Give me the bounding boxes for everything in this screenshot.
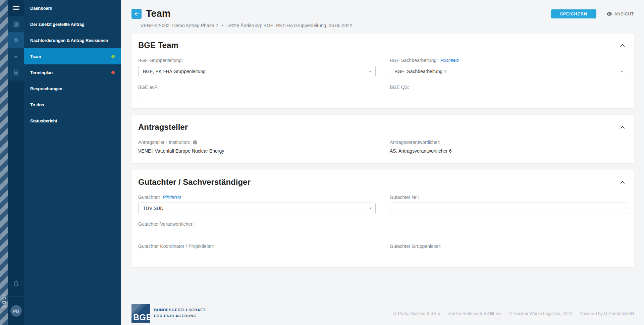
sidebar-nav: Dashboard Der zuletzt gestellte Antrag N… (24, 0, 121, 325)
rail-item-dashboard[interactable] (8, 16, 24, 32)
sidebar-item-label: Statusbericht (30, 118, 57, 123)
sidebar-item-besprechungen[interactable]: Besprechungen (24, 80, 121, 97)
view-button[interactable]: ANSICHT (606, 11, 634, 17)
decorative-stripe-edge: ICDS (0, 0, 8, 325)
app-version: Q-Portal Nuclear 3.0.8.5 (393, 311, 440, 316)
rail-item-latest-application[interactable] (8, 32, 24, 48)
gutachter-select[interactable]: TÜV SÜD (138, 203, 376, 214)
field-label: Gutachter Gruppenleiter: (390, 243, 441, 249)
sidebar-item-terminplan[interactable]: Terminplan (24, 64, 121, 80)
status-dot-red (111, 71, 115, 74)
field-value: -- (138, 252, 376, 258)
view-button-label: ANSICHT (614, 12, 634, 16)
field-value: AS, Antragsverantwortlicher 6 (390, 148, 627, 154)
field-label: Gutachter Veranwortlicher: (138, 221, 194, 227)
section-title: BGE Team (138, 41, 627, 50)
bge-logo-line2: FÜR ENDLAGERUNG (154, 313, 206, 319)
bge-gruppenleitung-select[interactable]: BGE, PKT-HA Gruppenleitung (138, 66, 376, 77)
field-gutachter: Gutachter: Pflichtfeld TÜV SÜD (138, 195, 376, 214)
application-reference: VENE-22-002: Demo Antrag Phase 2 (141, 23, 218, 28)
chevron-up-icon (619, 42, 626, 49)
cards-container: BGE Team BGE Gruppenleitung: BGE, PKT-HA… (121, 34, 644, 274)
bell-icon (12, 280, 20, 287)
required-hint: Pflichtfeld (163, 195, 181, 200)
select-value: BGE, Sachbearbeitung 1 (394, 69, 446, 74)
sidebar-item-label: To-dos (30, 102, 44, 107)
sidebar-item-dashboard[interactable]: Dashboard (24, 0, 121, 16)
field-antragsteller-institution: Antragsteller - Institution: VENE | Vatt… (138, 140, 376, 154)
select-value: TÜV SÜD (143, 206, 163, 211)
notifications-button[interactable] (8, 270, 24, 296)
chevron-up-icon (619, 124, 626, 131)
back-button[interactable] (131, 9, 142, 19)
powered-by-link[interactable]: Powered by Q-Portal GmbH (580, 311, 634, 316)
info-icon[interactable] (193, 140, 198, 145)
sidebar-item-team[interactable]: Team (24, 48, 121, 64)
sidebar-item-statusbericht[interactable]: Statusbericht (24, 113, 121, 129)
eye-icon (606, 11, 612, 17)
sidebar-item-todos[interactable]: To-dos (24, 97, 121, 113)
avatar-initials: PB (13, 309, 19, 314)
grid-spacer (390, 221, 627, 236)
section-title: Antragsteller (138, 123, 627, 131)
environment-watermark: ICDS (1, 294, 7, 309)
footer: BGE BUNDESGESELLSCHAFT FÜR ENDLAGERUNG Q… (121, 303, 644, 325)
dashboard-grid-icon (13, 21, 19, 28)
arrow-left-icon (133, 11, 140, 17)
select-value: BGE, PKT-HA Gruppenleitung (143, 69, 206, 74)
sidebar-item-label: Nachforderungen & Antrag Revisionen (30, 38, 108, 43)
field-antragsverantwortlicher: Antragsverantwortlicher: AS, Antragsvera… (390, 140, 627, 154)
field-value: -- (390, 252, 627, 258)
filter-list-icon (13, 53, 19, 60)
field-bge-avp: BGE avP: -- (138, 85, 376, 99)
collapse-section-button[interactable] (618, 178, 627, 188)
load-time-value: 469 (487, 311, 495, 316)
avatar[interactable]: PB (10, 305, 22, 317)
footer-separator: · (575, 311, 577, 316)
field-label: BGE QS: (390, 85, 409, 90)
field-label: BGE avP: (138, 85, 159, 90)
sidebar-item-label: Dashboard (30, 6, 52, 11)
footer-separator: · (504, 311, 506, 316)
last-change-info: Letzte Änderung: BGE, PKT-HA Gruppenleit… (226, 23, 352, 28)
field-label: BGE Sachbearbeitung: (390, 58, 438, 63)
required-hint: Pflichtfeld (440, 58, 459, 63)
save-button[interactable]: SPEICHERN (551, 9, 596, 18)
status-dot-green (111, 55, 115, 58)
field-label: Gutachter Nr.: (390, 195, 419, 200)
menu-toggle-button[interactable] (8, 0, 24, 16)
subtitle-separator: • (221, 23, 223, 28)
field-grid: Antragsteller - Institution: VENE | Vatt… (138, 140, 627, 154)
sidebar-item-nachforderungen[interactable]: Nachforderungen & Antrag Revisionen (24, 32, 121, 48)
field-label: BGE Gruppenleitung: (138, 58, 183, 63)
field-label: Gutachter: (138, 195, 160, 200)
field-gutachter-veranwortlicher: Gutachter Veranwortlicher: -- (138, 221, 376, 236)
page-title: Team (146, 8, 171, 19)
gutachter-nr-input[interactable] (390, 203, 627, 214)
collapse-section-button[interactable] (618, 41, 627, 51)
field-grid: Gutachter: Pflichtfeld TÜV SÜD Gutachter… (138, 195, 627, 258)
section-antragsteller: Antragsteller Antragsteller - Institutio… (131, 115, 634, 163)
field-bge-gruppenleitung: BGE Gruppenleitung: BGE, PKT-HA Gruppenl… (138, 58, 376, 77)
dropdown-caret-icon (369, 71, 372, 72)
field-label: Antragsverantwortlicher: (390, 140, 440, 145)
field-gutachter-nr: Gutachter Nr.: (390, 195, 627, 214)
icon-rail: PB (8, 0, 24, 325)
dropdown-caret-icon (369, 208, 372, 209)
bge-logo: BGE (131, 304, 150, 323)
sidebar-item-label: Terminplan (30, 70, 53, 75)
dropdown-caret-icon (621, 71, 623, 72)
section-title: Gutachter / Sachverständiger (138, 178, 627, 186)
bge-logo-caption: BUNDESGESELLSCHAFT FÜR ENDLAGERUNG (154, 307, 206, 319)
rail-item-terminplan[interactable] (8, 64, 24, 80)
collapse-section-button[interactable] (618, 123, 627, 133)
rail-item-nachforderungen[interactable] (8, 48, 24, 64)
bge-logo-line1: BUNDESGESELLSCHAFT (154, 307, 206, 313)
user-menu[interactable]: PB (8, 296, 24, 325)
sidebar-item-letzter-antrag[interactable]: Der zuletzt gestellte Antrag (24, 16, 121, 32)
field-value: -- (138, 93, 376, 99)
bge-sachbearbeitung-select[interactable]: BGE, Sachbearbeitung 1 (390, 66, 627, 77)
field-value: VENE | Vattenfall Europe Nuclear Energy (138, 148, 376, 154)
footer-separator: · (443, 311, 444, 316)
field-value: -- (390, 93, 627, 99)
